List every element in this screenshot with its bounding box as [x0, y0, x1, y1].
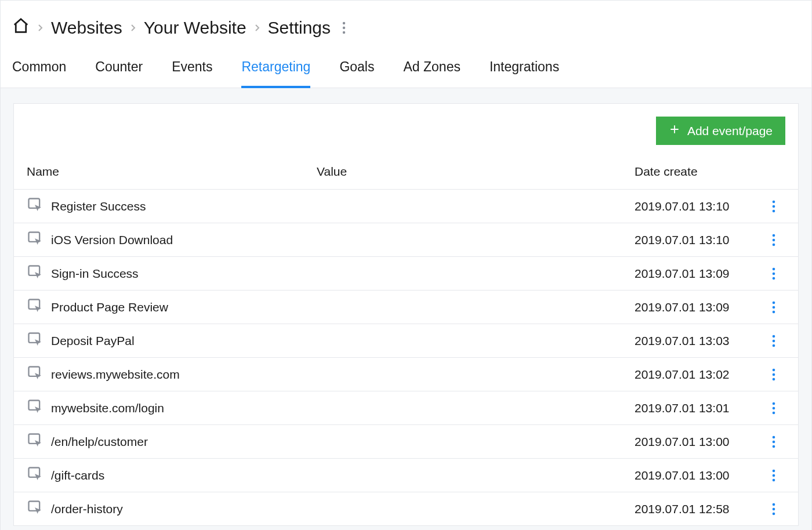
svg-point-32: [773, 435, 775, 438]
row-actions-menu[interactable]: [762, 301, 785, 314]
table-row[interactable]: /order-history2019.07.01 12:58: [14, 492, 798, 525]
row-name-label: Register Success: [51, 199, 146, 213]
table-row[interactable]: Sign-in Success2019.07.01 13:09: [14, 257, 798, 291]
svg-point-29: [773, 406, 775, 409]
svg-point-21: [773, 339, 775, 342]
home-icon[interactable]: [12, 17, 30, 38]
svg-point-17: [773, 306, 775, 308]
svg-point-1: [343, 26, 345, 28]
tab-goals[interactable]: Goals: [339, 59, 374, 88]
row-date-cell: 2019.07.01 13:02: [635, 368, 762, 382]
row-name-label: Product Page Review: [51, 300, 168, 314]
row-name-label: /gift-cards: [51, 469, 104, 482]
page-cursor-icon: [27, 398, 43, 418]
table-body: Register Success2019.07.01 13:10iOS Vers…: [14, 190, 798, 525]
more-vertical-icon[interactable]: [342, 21, 346, 35]
row-name-cell: Register Success: [27, 197, 317, 216]
row-name-cell: iOS Version Download: [27, 230, 317, 249]
row-date-cell: 2019.07.01 13:00: [635, 469, 762, 482]
table-row[interactable]: iOS Version Download2019.07.01 13:10: [14, 223, 798, 257]
svg-point-9: [773, 238, 775, 241]
card-header: Add event/page: [14, 104, 798, 165]
row-name-cell: Sign-in Success: [27, 264, 317, 283]
svg-point-0: [343, 21, 345, 24]
svg-point-2: [343, 31, 345, 33]
add-event-page-button[interactable]: Add event/page: [656, 117, 785, 145]
svg-point-25: [773, 373, 775, 376]
svg-point-12: [773, 267, 775, 270]
row-actions-menu[interactable]: [762, 435, 785, 448]
row-name-label: mywebsite.com/login: [51, 401, 164, 415]
page-cursor-icon: [27, 230, 43, 249]
row-name-cell: Product Page Review: [27, 297, 317, 317]
header-bar: Websites Your Website Settings Common Co…: [1, 1, 811, 88]
tab-retargeting[interactable]: Retargeting: [241, 59, 310, 88]
svg-point-16: [773, 301, 775, 304]
svg-point-41: [773, 507, 775, 510]
tab-counter[interactable]: Counter: [95, 59, 143, 88]
svg-point-20: [773, 335, 775, 337]
row-date-cell: 2019.07.01 13:03: [635, 334, 762, 348]
row-actions-menu[interactable]: [762, 335, 785, 347]
svg-point-28: [773, 402, 775, 405]
svg-point-13: [773, 272, 775, 275]
tab-common[interactable]: Common: [12, 59, 66, 88]
table-row[interactable]: mywebsite.com/login2019.07.01 13:01: [14, 391, 798, 425]
row-actions-menu[interactable]: [762, 402, 785, 415]
row-name-cell: mywebsite.com/login: [27, 398, 317, 418]
breadcrumb: Websites Your Website Settings: [12, 17, 800, 38]
row-date-cell: 2019.07.01 13:10: [635, 199, 762, 213]
row-date-cell: 2019.07.01 12:58: [635, 502, 762, 516]
svg-point-34: [773, 445, 775, 448]
table-row[interactable]: Deposit PayPal2019.07.01 13:03: [14, 324, 798, 358]
plus-icon: [669, 124, 680, 138]
row-name-cell: /order-history: [27, 499, 317, 518]
column-header-date: Date create: [635, 165, 762, 179]
svg-point-6: [773, 209, 775, 212]
tab-events[interactable]: Events: [172, 59, 212, 88]
table-row[interactable]: Register Success2019.07.01 13:10: [14, 190, 798, 223]
row-actions-menu[interactable]: [762, 200, 785, 213]
row-actions-menu[interactable]: [762, 469, 785, 482]
retargeting-card: Add event/page Name Value Date create Re…: [13, 103, 799, 526]
tab-integrations[interactable]: Integrations: [490, 59, 559, 88]
row-actions-menu[interactable]: [762, 503, 785, 516]
row-name-cell: /gift-cards: [27, 466, 317, 485]
table-row[interactable]: reviews.mywebsite.com2019.07.01 13:02: [14, 358, 798, 391]
add-event-page-label: Add event/page: [687, 124, 773, 138]
page-cursor-icon: [27, 297, 43, 317]
svg-point-8: [773, 234, 775, 237]
page-cursor-icon: [27, 331, 43, 350]
row-actions-menu[interactable]: [762, 234, 785, 246]
chevron-right-icon: [130, 24, 136, 32]
svg-point-38: [773, 478, 775, 481]
row-date-cell: 2019.07.01 13:01: [635, 401, 762, 415]
row-actions-menu[interactable]: [762, 267, 785, 280]
row-name-cell: /en/help/customer: [27, 432, 317, 451]
row-actions-menu[interactable]: [762, 368, 785, 381]
svg-point-36: [773, 469, 775, 472]
table-row[interactable]: /en/help/customer2019.07.01 13:00: [14, 425, 798, 459]
chevron-right-icon: [38, 24, 43, 32]
column-header-name: Name: [27, 165, 317, 179]
events-table: Name Value Date create Register Success2…: [14, 165, 798, 525]
row-date-cell: 2019.07.01 13:00: [635, 435, 762, 449]
row-name-cell: reviews.mywebsite.com: [27, 365, 317, 384]
svg-point-18: [773, 310, 775, 313]
svg-point-24: [773, 368, 775, 371]
row-name-label: /en/help/customer: [51, 435, 148, 449]
breadcrumb-settings[interactable]: Settings: [268, 18, 331, 38]
svg-point-40: [773, 503, 775, 506]
breadcrumb-your-website[interactable]: Your Website: [144, 18, 246, 38]
column-header-actions: [762, 165, 785, 179]
svg-point-37: [773, 474, 775, 477]
breadcrumb-websites[interactable]: Websites: [51, 18, 122, 38]
row-date-cell: 2019.07.01 13:10: [635, 233, 762, 247]
row-date-cell: 2019.07.01 13:09: [635, 267, 762, 281]
tab-adzones[interactable]: Ad Zones: [403, 59, 460, 88]
table-row[interactable]: Product Page Review2019.07.01 13:09: [14, 291, 798, 324]
table-header: Name Value Date create: [14, 165, 798, 190]
svg-point-42: [773, 512, 775, 515]
table-row[interactable]: /gift-cards2019.07.01 13:00: [14, 459, 798, 492]
page-cursor-icon: [27, 432, 43, 451]
